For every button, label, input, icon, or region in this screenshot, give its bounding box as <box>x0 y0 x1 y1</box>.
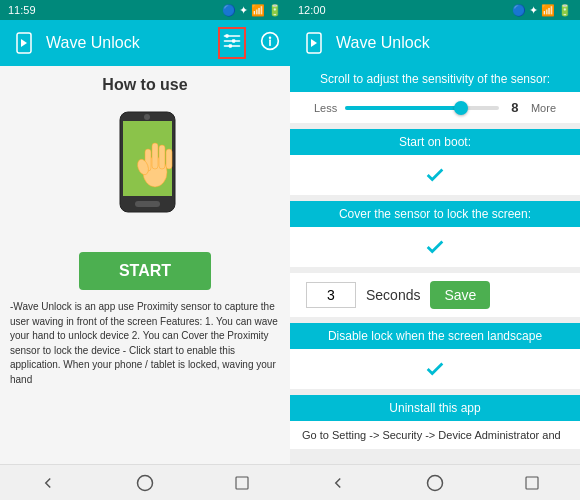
right-time: 12:00 <box>298 4 326 16</box>
svg-rect-17 <box>159 145 165 169</box>
slider-fill <box>345 106 460 110</box>
start-on-boot-header: Start on boot: <box>290 129 580 155</box>
svg-rect-16 <box>152 143 158 169</box>
start-on-boot-row <box>290 155 580 195</box>
svg-point-20 <box>137 475 152 490</box>
seconds-label: Seconds <box>366 287 420 303</box>
start-on-boot-checkbox[interactable] <box>423 163 447 187</box>
right-nav-bar <box>290 464 580 500</box>
less-label: Less <box>314 102 337 114</box>
right-status-icons: 🔵 ✦ 📶 🔋 <box>512 4 572 17</box>
seconds-row: Seconds Save <box>290 273 580 317</box>
info-icon[interactable] <box>260 31 280 55</box>
cover-sensor-row <box>290 227 580 267</box>
right-phone-screen: 12:00 🔵 ✦ 📶 🔋 Wave Unlock Scroll to adju… <box>290 0 580 500</box>
left-phone-screen: 11:59 🔵 ✦ 📶 🔋 Wave Unlock <box>0 0 290 500</box>
left-status-bar: 11:59 🔵 ✦ 📶 🔋 <box>0 0 290 20</box>
sensitivity-section-header: Scroll to adjust the sensitivity of the … <box>290 66 580 92</box>
home-button[interactable] <box>133 471 157 495</box>
right-status-bar: 12:00 🔵 ✦ 📶 🔋 <box>290 0 580 20</box>
slider-thumb <box>454 101 468 115</box>
svg-point-23 <box>427 475 442 490</box>
save-button[interactable]: Save <box>430 281 490 309</box>
sensitivity-row: Less 8 More <box>290 92 580 123</box>
disable-lock-checkbox[interactable] <box>423 357 447 381</box>
phone-illustration <box>95 107 195 237</box>
left-content: How to use START <box>0 66 290 464</box>
svg-rect-6 <box>229 44 232 47</box>
left-nav-bar <box>0 464 290 500</box>
left-app-icon <box>10 29 38 57</box>
svg-rect-21 <box>236 477 248 489</box>
left-status-icons: 🔵 ✦ 📶 🔋 <box>222 4 282 17</box>
more-label: More <box>531 102 556 114</box>
slider-container: Less 8 More <box>306 100 564 115</box>
cover-sensor-header: Cover the sensor to lock the screen: <box>290 201 580 227</box>
svg-point-12 <box>144 114 150 120</box>
left-time: 11:59 <box>8 4 36 16</box>
recent-button[interactable] <box>230 471 254 495</box>
right-recent-button[interactable] <box>520 471 544 495</box>
disable-lock-header: Disable lock when the screen landscape <box>290 323 580 349</box>
goto-setting-text: Go to Setting -> Security -> Device Admi… <box>290 421 580 449</box>
uninstall-header: Uninstall this app <box>290 395 580 421</box>
svg-rect-13 <box>135 201 160 207</box>
slider-value: 8 <box>507 100 523 115</box>
left-app-title: Wave Unlock <box>46 34 210 52</box>
how-to-use-title: How to use <box>102 76 187 94</box>
right-content: Scroll to adjust the sensitivity of the … <box>290 66 580 464</box>
settings-icon-box[interactable] <box>218 27 246 59</box>
description-text: -Wave Unlock is an app use Proximity sen… <box>10 300 280 387</box>
svg-rect-24 <box>526 477 538 489</box>
right-back-button[interactable] <box>326 471 350 495</box>
sensitivity-slider[interactable] <box>345 106 499 110</box>
back-button[interactable] <box>36 471 60 495</box>
svg-rect-5 <box>232 39 235 42</box>
right-app-title: Wave Unlock <box>336 34 570 52</box>
left-top-bar: Wave Unlock <box>0 20 290 66</box>
svg-rect-4 <box>225 34 228 37</box>
right-home-button[interactable] <box>423 471 447 495</box>
cover-sensor-checkbox[interactable] <box>423 235 447 259</box>
right-top-bar: Wave Unlock <box>290 20 580 66</box>
seconds-input[interactable] <box>306 282 356 308</box>
svg-rect-18 <box>166 149 172 169</box>
start-button[interactable]: START <box>79 252 211 290</box>
right-app-icon <box>300 29 328 57</box>
disable-lock-row <box>290 349 580 389</box>
